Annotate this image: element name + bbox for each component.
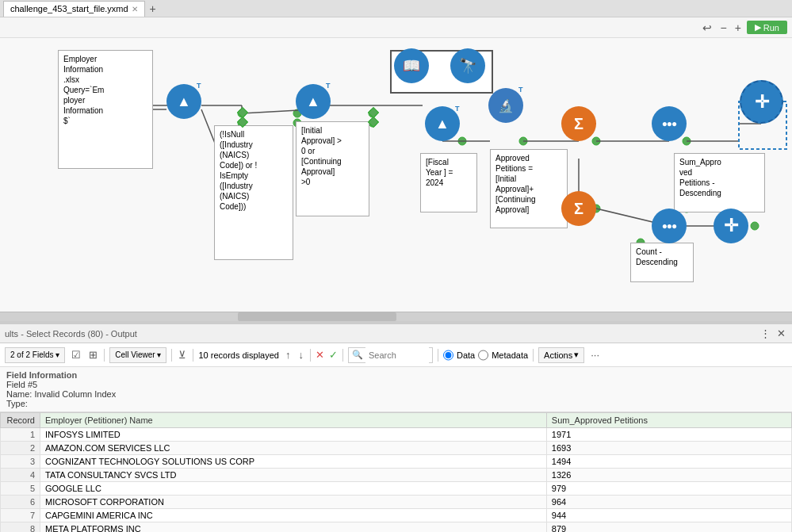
t-label2: T [326, 82, 331, 90]
search-icon: 🔍 [352, 350, 363, 360]
col-sum: Sum_Approved Petitions [546, 413, 791, 428]
svg-point-14 [683, 137, 691, 145]
cell-record: 1 [1, 428, 40, 442]
count-node[interactable]: Count -Descending [630, 243, 694, 282]
table-row: 8 META PLATFORMS INC 879 [1, 522, 792, 533]
filter-icon: ⊻ [178, 349, 186, 361]
fields-selector[interactable]: 2 of 2 Fields ▾ [5, 347, 65, 363]
data-table-container[interactable]: Record Employer (Petitioner) Name Sum_Ap… [0, 412, 792, 532]
clear-button[interactable]: ✕ [316, 349, 324, 361]
tab-bar: challenge_453_start_file.yxmd ✕ + [0, 0, 792, 17]
cross2-icon: ✛ [724, 216, 738, 236]
confirm-button[interactable]: ✓ [329, 349, 338, 361]
cell-sum: 879 [546, 522, 791, 533]
metadata-label: Metadata [492, 350, 528, 360]
cell-sum: 944 [546, 509, 791, 522]
scrollbar-thumb[interactable] [238, 312, 396, 321]
table-row: 6 MICROSOFT CORPORATION 964 [1, 496, 792, 509]
input-node[interactable]: EmployerInformation.xlsxQuery=`EmployerI… [58, 50, 153, 169]
results-close-button[interactable]: ✕ [775, 326, 787, 342]
overflow-icon: ··· [591, 349, 599, 361]
top-toolbar: ↩ − + ▶ Run [0, 17, 792, 38]
filter1-node[interactable]: (!IsNull([Industry(NAICS)Code]) or !IsEm… [214, 125, 293, 260]
table-row: 4 TATA CONSULTANCY SVCS LTD 1326 [1, 469, 792, 482]
sum1-icon: Σ [574, 115, 583, 133]
cell-sum: 1494 [546, 455, 791, 469]
cell-record: 3 [1, 455, 40, 469]
checkbox-button[interactable]: ☑ [70, 347, 82, 363]
cell-employer: TATA CONSULTANCY SVCS LTD [40, 469, 547, 482]
data-radio-group: Data Metadata [443, 347, 528, 363]
data-radio[interactable] [443, 347, 453, 363]
workflow-canvas[interactable]: EmployerInformation.xlsxQuery=`EmployerI… [0, 38, 792, 323]
records-label: 10 records displayed [198, 350, 279, 360]
cell-sum: 964 [546, 496, 791, 509]
filter2-node[interactable]: [InitialApproval] >0 or[ContinuingApprov… [296, 121, 369, 216]
connector-dot4 [368, 117, 379, 128]
t-label4: T [518, 86, 523, 94]
overflow-button[interactable]: ··· [589, 347, 601, 363]
transform3-icon: ▲ [435, 116, 450, 132]
grid-button[interactable]: ⊞ [87, 347, 99, 363]
divider3 [193, 349, 193, 362]
svg-point-11 [519, 137, 527, 145]
formula-node[interactable]: ApprovedPetitions =[InitialApproval]+[Co… [490, 149, 568, 228]
zoom-in-button[interactable]: + [733, 21, 744, 34]
tab-close-icon[interactable]: ✕ [132, 5, 138, 13]
tab-main[interactable]: challenge_453_start_file.yxmd ✕ [3, 1, 145, 17]
results-toolbar: ults - Select Records (80) - Output ⋮ ✕ [0, 324, 792, 343]
lab-icon: 🔬 [498, 98, 514, 113]
cell-record: 5 [1, 482, 40, 496]
search-box[interactable]: 🔍 [348, 347, 433, 363]
cell-record: 6 [1, 496, 40, 509]
search-input[interactable] [365, 347, 429, 363]
zoom-out-button[interactable]: − [717, 21, 729, 34]
undo-button[interactable]: ↩ [700, 21, 714, 34]
data-table: Record Employer (Petitioner) Name Sum_Ap… [0, 412, 792, 532]
circle-dots2[interactable]: ●●● [652, 209, 687, 243]
field-info-panel: Field Information Field #5 Name: Invalid… [0, 367, 792, 412]
fields-label: 2 of 2 Fields [10, 350, 53, 359]
tab-add-button[interactable]: + [145, 1, 161, 17]
move-icon: ✛ [755, 92, 769, 113]
divider1 [104, 349, 105, 362]
run-button[interactable]: ▶ Run [747, 21, 787, 34]
sort-down-button[interactable]: ↓ [297, 347, 305, 363]
circle-dots1[interactable]: ●●● [652, 106, 687, 141]
circle-book[interactable]: 📖 [394, 48, 429, 83]
filter3-node[interactable]: [FiscalYear ] =2024 [420, 153, 477, 212]
transform2-icon: ▲ [306, 94, 320, 110]
run-label: Run [763, 23, 779, 33]
circle-search[interactable]: 🔭 [450, 48, 485, 83]
tab-label: challenge_453_start_file.yxmd [10, 4, 128, 13]
cell-viewer-button[interactable]: Cell Viewer ▾ [109, 347, 166, 363]
h-scrollbar[interactable] [0, 312, 792, 321]
dots1-icon: ●●● [662, 118, 677, 129]
transform1-icon: ▲ [177, 94, 191, 110]
divider2 [171, 349, 172, 362]
circle-sum1[interactable]: Σ [561, 106, 596, 141]
svg-point-16 [751, 222, 759, 230]
viewer-chevron-icon: ▾ [157, 350, 161, 359]
cell-employer: MICROSOFT CORPORATION [40, 496, 547, 509]
count-text: Count -Descending [636, 247, 678, 266]
circle-cross2[interactable]: ✛ [714, 209, 748, 243]
table-row: 3 COGNIZANT TECHNOLOGY SOLUTIONS US CORP… [1, 455, 792, 469]
circle-move[interactable]: ✛ [740, 80, 783, 124]
actions-button[interactable]: Actions ▾ [538, 347, 584, 363]
cell-sum: 1326 [546, 469, 791, 482]
results-menu-button[interactable]: ⋮ [759, 326, 772, 342]
filter-button[interactable]: ⊻ [177, 347, 188, 363]
cell-record: 4 [1, 469, 40, 482]
divider7 [533, 349, 534, 362]
dots2-icon: ●●● [662, 220, 677, 232]
table-row: 5 GOOGLE LLC 979 [1, 482, 792, 496]
sum2-icon: Σ [574, 200, 583, 218]
run-icon: ▶ [755, 22, 761, 33]
cell-sum: 1971 [546, 428, 791, 442]
sort-up-button[interactable]: ↑ [284, 347, 293, 363]
output-node[interactable]: Sum_ApprovedPetitions -Descending [674, 153, 765, 212]
cell-viewer-label: Cell Viewer [115, 350, 155, 359]
metadata-radio[interactable] [478, 347, 488, 363]
circle-sum2[interactable]: Σ [561, 191, 596, 226]
